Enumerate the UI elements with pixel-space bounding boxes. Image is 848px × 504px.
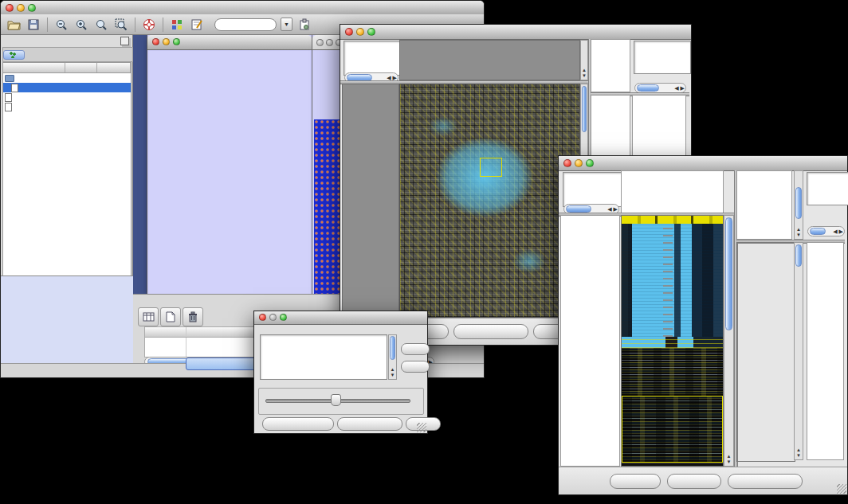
document-icon bbox=[11, 84, 18, 92]
settings-button[interactable] bbox=[610, 474, 661, 489]
vizmap-grid-icon[interactable] bbox=[169, 17, 185, 33]
minimize-button[interactable] bbox=[356, 28, 364, 36]
help-lifering-icon[interactable] bbox=[141, 17, 157, 33]
create-vizmap-button[interactable] bbox=[337, 417, 402, 431]
usage-hints-box bbox=[634, 41, 691, 74]
move-up-button[interactable] bbox=[401, 343, 430, 355]
scrollbar-thumb[interactable] bbox=[725, 217, 732, 330]
close-button[interactable] bbox=[259, 314, 266, 321]
horizontal-scrollbar[interactable]: ◀▶ bbox=[807, 226, 845, 236]
minimize-button[interactable] bbox=[163, 38, 170, 45]
close-button[interactable] bbox=[316, 39, 324, 46]
annotation-icon[interactable] bbox=[189, 17, 205, 33]
minimize-button[interactable] bbox=[269, 314, 277, 321]
table-row[interactable] bbox=[3, 92, 131, 102]
scroll-arrows[interactable]: ▲▼ bbox=[581, 68, 587, 79]
heatmap-mixed-band bbox=[622, 348, 723, 396]
scroll-left-arrow[interactable]: ◀ bbox=[832, 229, 838, 234]
zoom-button[interactable] bbox=[173, 38, 180, 45]
network-canvas[interactable] bbox=[149, 51, 310, 294]
new-attribute-icon[interactable] bbox=[160, 307, 181, 326]
attribute-list[interactable] bbox=[260, 334, 387, 380]
close-button[interactable] bbox=[152, 38, 159, 45]
scrollbar-thumb[interactable] bbox=[795, 187, 802, 219]
close-button[interactable] bbox=[345, 28, 353, 36]
zoom-out-icon[interactable] bbox=[53, 17, 69, 33]
scrollbar-thumb[interactable] bbox=[637, 84, 659, 92]
scroll-left-arrow[interactable]: ◀ bbox=[386, 75, 391, 80]
zoom-selected-icon[interactable] bbox=[113, 17, 129, 33]
close-button[interactable] bbox=[6, 4, 14, 12]
treeview1-titlebar[interactable] bbox=[340, 25, 691, 40]
scroll-arrows[interactable]: ▲▼ bbox=[389, 367, 396, 378]
vertical-scrollbar[interactable]: ▲▼ bbox=[388, 334, 397, 380]
clipboard-icon[interactable] bbox=[296, 17, 312, 33]
search-input[interactable] bbox=[214, 18, 277, 31]
vertical-scrollbar[interactable]: ▲▼ bbox=[724, 215, 734, 467]
control-panel bbox=[1, 35, 133, 363]
zoom-button[interactable] bbox=[28, 4, 36, 12]
minimize-button[interactable] bbox=[575, 159, 583, 167]
tab-vizmapper[interactable] bbox=[25, 54, 36, 56]
heatmap-main[interactable] bbox=[621, 215, 724, 467]
scrollbar-thumb[interactable] bbox=[582, 86, 587, 132]
vertical-scrollbar[interactable]: ▲▼ bbox=[794, 242, 803, 460]
column-dendrogram[interactable] bbox=[399, 40, 580, 80]
close-button[interactable] bbox=[563, 159, 571, 167]
dense-network-cluster[interactable] bbox=[314, 119, 343, 294]
network-table-header[interactable] bbox=[2, 62, 132, 72]
delete-attribute-icon[interactable] bbox=[183, 307, 203, 326]
select-attributes-icon[interactable] bbox=[138, 307, 159, 326]
document-icon bbox=[5, 103, 12, 111]
vertical-scrollbar[interactable]: ▲▼ bbox=[794, 170, 803, 240]
slider-handle[interactable] bbox=[331, 394, 341, 406]
scrollbar-thumb[interactable] bbox=[390, 336, 395, 360]
scroll-right-arrow[interactable]: ▶ bbox=[838, 229, 844, 234]
main-titlebar[interactable] bbox=[1, 1, 484, 15]
heatmap-detail[interactable] bbox=[736, 242, 795, 462]
resize-grip[interactable] bbox=[417, 423, 426, 432]
scroll-arrows[interactable]: ▲▼ bbox=[795, 227, 803, 238]
save-data-button[interactable] bbox=[667, 474, 721, 489]
network-view-titlebar[interactable] bbox=[147, 35, 312, 50]
scrollbar-thumb[interactable] bbox=[566, 205, 591, 213]
scroll-left-arrow[interactable]: ◀ bbox=[607, 206, 612, 212]
treeview-window-combined: ◀▶ ▲▼ ▲▼ ◀▶ ▲▼ bbox=[558, 155, 848, 495]
zoom-button[interactable] bbox=[280, 314, 287, 321]
birds-eye-view[interactable] bbox=[1, 275, 133, 364]
move-down-button[interactable] bbox=[401, 361, 430, 373]
zoom-fit-icon[interactable] bbox=[93, 17, 109, 33]
scroll-right-arrow[interactable]: ▶ bbox=[392, 75, 398, 80]
scrollbar-thumb[interactable] bbox=[810, 228, 826, 235]
similarity-matrix[interactable] bbox=[593, 98, 631, 136]
scroll-right-arrow[interactable]: ▶ bbox=[613, 206, 618, 212]
tab-network[interactable] bbox=[3, 50, 25, 60]
export-graphics-button[interactable] bbox=[453, 324, 528, 339]
search-dropdown-arrow[interactable]: ▼ bbox=[281, 18, 292, 31]
scrollbar-thumb[interactable] bbox=[795, 244, 802, 267]
table-row[interactable] bbox=[3, 102, 131, 111]
zoom-in-icon[interactable] bbox=[73, 17, 89, 33]
open-file-icon[interactable] bbox=[6, 17, 22, 33]
save-icon[interactable] bbox=[26, 17, 41, 33]
minimize-button[interactable] bbox=[17, 4, 25, 12]
resize-grip[interactable] bbox=[837, 484, 846, 494]
table-row-selected[interactable] bbox=[3, 83, 131, 92]
row-dendrogram[interactable] bbox=[560, 215, 620, 467]
zoom-button[interactable] bbox=[586, 159, 594, 167]
zoom-button[interactable] bbox=[367, 28, 375, 36]
table-row[interactable] bbox=[3, 73, 131, 83]
minimize-button[interactable] bbox=[326, 39, 333, 46]
float-panel-icon[interactable] bbox=[120, 37, 129, 45]
scroll-right-arrow[interactable]: ▶ bbox=[680, 85, 685, 91]
row-dendrogram[interactable] bbox=[342, 84, 399, 318]
scroll-arrows[interactable]: ▲▼ bbox=[724, 454, 733, 465]
treeview2-titlebar[interactable] bbox=[559, 156, 847, 171]
heatmap-global[interactable] bbox=[399, 84, 580, 318]
export-graphics-button[interactable] bbox=[728, 474, 803, 489]
scroll-left-arrow[interactable]: ◀ bbox=[673, 85, 679, 91]
detail-column-labels bbox=[591, 39, 630, 92]
scroll-arrows[interactable]: ▲▼ bbox=[795, 447, 803, 459]
vertical-scrollbar[interactable]: ▲▼ bbox=[580, 40, 588, 80]
dialog-titlebar[interactable] bbox=[254, 311, 427, 325]
